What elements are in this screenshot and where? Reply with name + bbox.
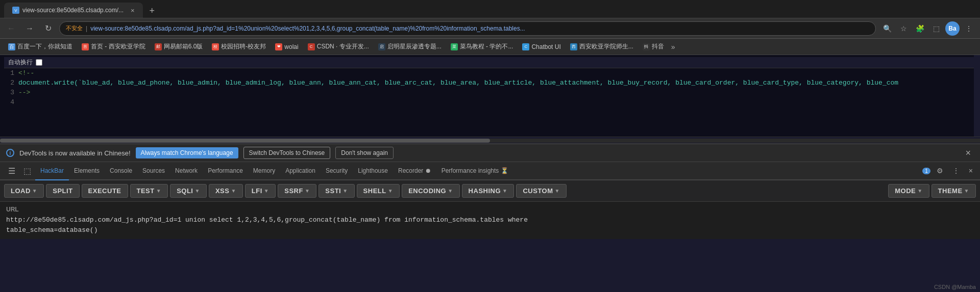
bookmark-baidu[interactable]: 百 百度一下，你就知道	[4, 41, 77, 52]
extensions-icon-btn[interactable]: 🧩	[913, 21, 927, 36]
bookmark-qiming[interactable]: 启 启明星辰渗透专题...	[374, 41, 446, 52]
url-value[interactable]: http://8e50de85.clsadp.com/ad_js.php?ad_…	[6, 215, 974, 235]
bookmark-csdn[interactable]: C CSDN · 专业开发...	[304, 41, 373, 52]
dont-show-again-button[interactable]: Don't show again	[335, 147, 394, 159]
tab-hackbar[interactable]: HackBar	[35, 162, 69, 180]
tab-favicon: V	[12, 7, 19, 14]
devtools-right-controls: 1 ⚙ ⋮ ×	[922, 165, 976, 177]
tab-sources[interactable]: Sources	[137, 162, 170, 180]
vertical-scrollbar[interactable]	[974, 55, 980, 137]
tab-lighthouse[interactable]: Lighthouse	[353, 162, 393, 180]
tab-close[interactable]: ×	[131, 7, 135, 14]
window-icon-btn[interactable]: ⬚	[929, 21, 943, 36]
auto-wrap-checkbox[interactable]	[36, 59, 42, 66]
hackbar-right-buttons: MODE ▼ THEME ▼	[888, 184, 976, 198]
bookmark-icon-btn[interactable]: ☆	[896, 21, 911, 36]
chatbot-icon: C	[522, 43, 529, 50]
source-view: 自动换行 1 <!-- 2 document.write(`blue_ad, b…	[0, 55, 980, 137]
auto-wrap-bar: 自动换行	[4, 57, 976, 68]
baidu-icon: 百	[8, 43, 15, 50]
scrollbar-thumb[interactable]	[0, 139, 490, 143]
xiaoyoubang-icon: 校	[212, 43, 219, 50]
horizontal-scrollbar-area[interactable]	[0, 137, 980, 144]
ssti-button[interactable]: SSTI ▼	[318, 184, 354, 198]
always-match-language-button[interactable]: Always match Chrome's language	[136, 147, 238, 158]
execute-button[interactable]: EXECUTE	[82, 184, 128, 198]
bookmark-douyin[interactable]: 抖 抖音	[639, 41, 668, 52]
devtools-menu-icon[interactable]: ☰	[4, 162, 19, 180]
devtools-settings-button[interactable]: ⚙	[934, 165, 946, 177]
hashing-button[interactable]: HASHING ▼	[462, 184, 514, 198]
theme-button[interactable]: THEME ▼	[932, 184, 976, 198]
test-button[interactable]: TEST ▼	[130, 184, 168, 198]
wangyi-icon: 邮	[155, 43, 162, 50]
tab-memory[interactable]: Memory	[248, 162, 280, 180]
toolbar-icons: 🔍 ☆ 🧩 ⬚ Ba ⋮	[880, 21, 976, 36]
tab-elements[interactable]: Elements	[69, 162, 105, 180]
bookmark-xaoya2[interactable]: 西 西安欧亚学院师生...	[566, 41, 638, 52]
tab-network[interactable]: Network	[170, 162, 203, 180]
tab-title: view-source:8e50de85.clsadp.com/...	[22, 7, 124, 14]
tab-performance-insights[interactable]: Performance insights ⏳	[436, 162, 513, 180]
devtools-close-button[interactable]: ×	[966, 165, 976, 177]
devtools-more-button[interactable]: ⋮	[949, 165, 963, 177]
bookmark-xaoya[interactable]: 首 首页 - 西安欧亚学院	[78, 41, 150, 52]
code-line-1: 1 <!--	[4, 68, 976, 78]
info-icon: i	[6, 149, 14, 157]
encoding-button[interactable]: ENCODING ▼	[402, 184, 459, 198]
xss-button[interactable]: XSS ▼	[209, 184, 243, 198]
tab-console[interactable]: Console	[105, 162, 137, 180]
load-button[interactable]: LOAD ▼	[4, 184, 44, 198]
custom-button[interactable]: CUSTOM ▼	[516, 184, 567, 198]
notify-text: DevTools is now available in Chinese!	[19, 149, 131, 157]
code-line-2: 2 document.write(`blue_ad, blue_ad_phone…	[4, 78, 976, 88]
url-line-2: table_schema=database()	[6, 225, 974, 235]
devtools-inspector-icon[interactable]: ⬚	[19, 162, 35, 180]
menu-icon-btn[interactable]: ⋮	[962, 21, 976, 36]
devtools-tab-bar: ☰ ⬚ HackBar Elements Console Sources Net…	[0, 162, 980, 180]
bookmarks-more[interactable]: »	[669, 43, 677, 51]
auto-wrap-label: 自动换行	[8, 58, 33, 67]
new-tab-btn[interactable]: +	[145, 4, 159, 18]
scrollbar-track	[0, 139, 980, 143]
xaoya-icon: 首	[82, 43, 89, 50]
switch-to-chinese-button[interactable]: Switch DevTools to Chinese	[243, 147, 331, 159]
code-line-3: 3 -->	[4, 88, 976, 97]
browser-tab-bar: V view-source:8e50de85.clsadp.com/... × …	[0, 0, 980, 18]
tab-recorder[interactable]: Recorder ⏺	[393, 162, 436, 180]
shell-button[interactable]: SHELL ▼	[357, 184, 400, 198]
profile-button[interactable]: Ba	[945, 21, 960, 36]
lfi-button[interactable]: LFI ▼	[245, 184, 276, 198]
sqli-button[interactable]: SQLI ▼	[170, 184, 207, 198]
address-input[interactable]: 不安全 | view-source:8e50de85.clsadp.com/ad…	[59, 21, 876, 36]
url-separator: |	[86, 25, 87, 32]
tab-security[interactable]: Security	[321, 162, 353, 180]
back-button[interactable]: ←	[4, 21, 18, 36]
console-badge: 1	[922, 168, 930, 174]
bookmark-chatbot[interactable]: C Chatbot UI	[518, 42, 565, 51]
footer-credit: CSDN @Mamba	[934, 284, 976, 290]
mode-button[interactable]: MODE ▼	[888, 184, 929, 198]
split-button[interactable]: SPLIT	[46, 184, 79, 198]
qiming-icon: 启	[378, 43, 385, 50]
security-warning: 不安全	[66, 24, 83, 32]
bookmarks-bar: 百 百度一下，你就知道 首 首页 - 西安欧亚学院 邮 网易邮箱6.0版 校 校…	[0, 39, 980, 55]
search-icon-btn[interactable]: 🔍	[880, 21, 894, 36]
code-line-4: 4	[4, 97, 976, 107]
cainiao-icon: 菜	[451, 43, 458, 50]
bookmark-xiaoyoubang[interactable]: 校 校园招聘-校友邦	[208, 41, 270, 52]
douyin-icon: 抖	[643, 43, 650, 50]
bookmark-cainiao[interactable]: 菜 菜鸟教程 - 学的不...	[447, 41, 518, 52]
url-line-1: http://8e50de85.clsadp.com/ad_js.php?ad_…	[6, 215, 974, 225]
bookmark-wolai[interactable]: ❤ wolai	[271, 42, 302, 51]
forward-button[interactable]: →	[22, 21, 37, 36]
notify-close-button[interactable]: ×	[962, 147, 974, 160]
browser-tab[interactable]: V view-source:8e50de85.clsadp.com/... ×	[4, 3, 143, 18]
refresh-button[interactable]: ↻	[41, 21, 55, 36]
tab-application[interactable]: Application	[280, 162, 321, 180]
bookmark-wangyi[interactable]: 邮 网易邮箱6.0版	[151, 41, 207, 52]
tab-performance[interactable]: Performance	[203, 162, 248, 180]
url-panel: URL http://8e50de85.clsadp.com/ad_js.php…	[0, 202, 980, 239]
ssrf-button[interactable]: SSRF ▼	[278, 184, 316, 198]
address-bar: ← → ↻ 不安全 | view-source:8e50de85.clsadp.…	[0, 18, 980, 39]
